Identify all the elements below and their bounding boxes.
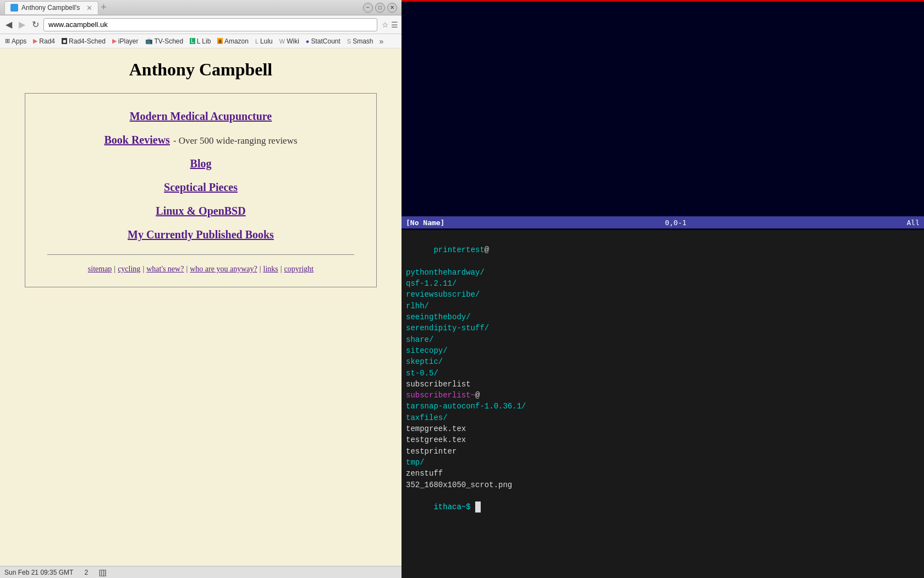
url-bar[interactable] xyxy=(43,18,377,31)
shell-line-3: reviewsubscribe/ xyxy=(406,289,920,300)
bookmark-lulu-label: Lulu xyxy=(260,37,273,45)
shell-line-17: testprinter xyxy=(406,446,920,457)
bookmark-tv-sched[interactable]: 📺 TV-Sched xyxy=(142,36,186,46)
shell-prompt: ithaca~$ xyxy=(433,503,475,511)
sep-1: | xyxy=(112,265,118,274)
bookmark-iplayer-label: iPlayer xyxy=(118,37,139,45)
sep-4: | xyxy=(257,265,263,274)
cycling-link[interactable]: cycling xyxy=(118,265,140,274)
bookmark-wiki-label: Wiki xyxy=(287,37,299,45)
bookmarks-bar: ⊞ Apps ▶ Rad4 ■ Rad4-Sched ▶ iPlayer 📺 T… xyxy=(0,34,402,48)
bookmark-apps[interactable]: ⊞ Apps xyxy=(2,36,29,46)
tab-favicon-icon: 🌐 xyxy=(10,4,18,12)
minimize-button[interactable]: − xyxy=(363,3,373,13)
menu-icon[interactable]: ☰ xyxy=(391,20,398,29)
shell-line-6: serendipity-stuff/ xyxy=(406,323,920,334)
browser-tab[interactable]: 🌐 Anthony Campbell's ✕ xyxy=(4,1,98,14)
nav-right: ☆ ☰ xyxy=(382,20,398,29)
divider xyxy=(47,254,354,255)
linux-link[interactable]: Linux & OpenBSD xyxy=(156,201,245,221)
acupuncture-link[interactable]: Modern Medical Acupuncture xyxy=(130,107,272,126)
statcount-icon: ● xyxy=(306,38,310,45)
shell-terminal[interactable]: printertest@ pythonthehardway/ qsf-1.2.1… xyxy=(402,230,924,578)
bookmark-iplayer[interactable]: ▶ iPlayer xyxy=(109,36,141,46)
bookmark-apps-label: Apps xyxy=(12,37,26,45)
rad4-sched-icon: ■ xyxy=(62,38,67,44)
back-button[interactable]: ◀ xyxy=(3,18,14,31)
bookmark-l-lib[interactable]: L L Lib xyxy=(187,36,213,46)
lulu-icon: L xyxy=(255,38,258,45)
bookmark-rad4-label: Rad4 xyxy=(39,37,55,45)
shell-line-13: tarsnap-autoconf-1.0.36.1/ xyxy=(406,401,920,412)
bookmark-rad4[interactable]: ▶ Rad4 xyxy=(30,36,58,46)
shell-line-7: share/ xyxy=(406,334,920,345)
whats-new-link[interactable]: what's new? xyxy=(146,265,184,274)
apps-icon: ⊞ xyxy=(5,37,10,45)
vim-scroll-pos: All xyxy=(907,219,920,227)
bookmark-rad4-sched[interactable]: ■ Rad4-Sched xyxy=(59,36,108,46)
bottom-links: sitemap | cycling | what's new? | who ar… xyxy=(88,265,314,274)
bookmarks-more-button[interactable]: » xyxy=(377,37,386,46)
shell-line-10: st-0.5/ xyxy=(406,368,920,379)
book-reviews-link[interactable]: Book Reviews xyxy=(104,130,169,150)
vim-filename: [No Name] xyxy=(406,219,444,227)
who-link[interactable]: who are you anyway? xyxy=(190,265,257,274)
sceptical-link[interactable]: Sceptical Pieces xyxy=(164,178,238,197)
bookmark-wiki[interactable]: W Wiki xyxy=(277,36,302,46)
main-nav-box: Modern Medical Acupuncture Book Reviews … xyxy=(25,93,377,287)
links-link[interactable]: links xyxy=(263,265,278,274)
wiki-icon: W xyxy=(279,38,285,45)
page-content: Anthony Campbell Modern Medical Acupunct… xyxy=(0,48,402,566)
bookmark-tv-sched-label: TV-Sched xyxy=(155,37,184,45)
tab-title: Anthony Campbell's xyxy=(21,4,80,12)
window-controls: − □ ✕ xyxy=(363,3,397,13)
smash-icon: S xyxy=(347,38,351,45)
blog-link[interactable]: Blog xyxy=(190,154,212,173)
shell-line-2: qsf-1.2.11/ xyxy=(406,278,920,289)
sitemap-link[interactable]: sitemap xyxy=(88,265,112,274)
sep-5: | xyxy=(278,265,284,274)
status-window-info: [[]] xyxy=(99,569,106,576)
llib-icon: L xyxy=(190,38,195,44)
terminal-window: [No Name] 0,0-1 All printertest@ pythont… xyxy=(402,0,924,578)
bookmark-statcount[interactable]: ● StatCount xyxy=(303,36,343,46)
shell-line-5: seeingthebody/ xyxy=(406,312,920,323)
status-workspace: 2 xyxy=(84,569,88,576)
shell-line-1: pythonthehardway/ xyxy=(406,267,920,278)
status-datetime: Sun Feb 21 09:35 GMT xyxy=(4,569,73,576)
shell-line-16: testgreek.tex xyxy=(406,434,920,445)
title-bar: 🌐 Anthony Campbell's ✕ + − □ ✕ xyxy=(0,0,402,15)
bookmark-rad4-sched-label: Rad4-Sched xyxy=(69,37,106,45)
tv-icon: 📺 xyxy=(145,37,153,45)
new-tab-button[interactable]: + xyxy=(101,2,107,13)
copyright-link[interactable]: copyright xyxy=(284,265,314,274)
vim-position: 0,0-1 xyxy=(665,219,686,227)
amazon-icon: a xyxy=(217,38,223,44)
shell-line-20: 352_1680x1050_scrot.png xyxy=(406,479,920,490)
nav-bar: ◀ ▶ ↻ ☆ ☰ xyxy=(0,15,402,34)
shell-line-4: rlhh/ xyxy=(406,301,920,312)
shell-line-15: tempgreek.tex xyxy=(406,423,920,434)
sep-3: | xyxy=(184,265,190,274)
shell-line-18: tmp/ xyxy=(406,457,920,468)
shell-line-14: taxfiles/ xyxy=(406,412,920,423)
bookmark-star-icon[interactable]: ☆ xyxy=(382,20,389,29)
close-button[interactable]: ✕ xyxy=(387,3,397,13)
vim-editor[interactable]: [No Name] 0,0-1 All xyxy=(402,2,924,230)
maximize-button[interactable]: □ xyxy=(375,3,385,13)
bookmark-statcount-label: StatCount xyxy=(311,37,340,45)
bookmark-smash[interactable]: S Smash xyxy=(344,36,376,46)
vim-status-bar: [No Name] 0,0-1 All xyxy=(402,216,924,228)
browser-window: 🌐 Anthony Campbell's ✕ + − □ ✕ ◀ ▶ ↻ ☆ ☰… xyxy=(0,0,402,578)
shell-line-printertest: printertest@ xyxy=(406,233,920,267)
rad4-icon: ▶ xyxy=(33,37,37,45)
tab-close-button[interactable]: ✕ xyxy=(86,4,92,12)
refresh-button[interactable]: ↻ xyxy=(30,18,41,31)
books-link[interactable]: My Currently Published Books xyxy=(128,225,274,244)
forward-button[interactable]: ▶ xyxy=(16,18,28,31)
iplayer-icon: ▶ xyxy=(112,37,117,45)
status-bar: Sun Feb 21 09:35 GMT 2 [[]] xyxy=(0,566,402,578)
vim-content xyxy=(402,2,924,216)
bookmark-lulu[interactable]: L Lulu xyxy=(252,36,276,46)
bookmark-amazon[interactable]: a Amazon xyxy=(215,36,251,46)
